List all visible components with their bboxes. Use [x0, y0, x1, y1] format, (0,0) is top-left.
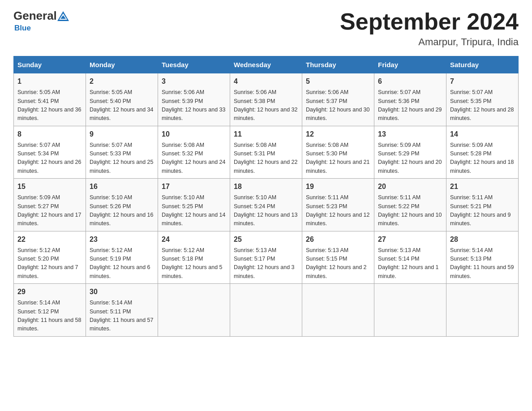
calendar-cell: 4 Sunrise: 5:06 AMSunset: 5:38 PMDayligh…: [230, 73, 302, 126]
day-info: Sunrise: 5:10 AMSunset: 5:26 PMDaylight:…: [90, 194, 153, 227]
calendar-cell: 11 Sunrise: 5:08 AMSunset: 5:31 PMDaylig…: [230, 126, 302, 179]
day-number: 19: [306, 181, 370, 192]
day-number: 27: [378, 234, 442, 245]
calendar-cell: 23 Sunrise: 5:12 AMSunset: 5:19 PMDaylig…: [86, 231, 158, 284]
day-info: Sunrise: 5:14 AMSunset: 5:12 PMDaylight:…: [17, 300, 81, 332]
calendar-cell: 12 Sunrise: 5:08 AMSunset: 5:30 PMDaylig…: [302, 126, 374, 179]
calendar-cell: 15 Sunrise: 5:09 AMSunset: 5:27 PMDaylig…: [14, 179, 86, 231]
day-number: 25: [234, 234, 298, 245]
day-number: 29: [17, 287, 82, 297]
day-number: 14: [450, 129, 515, 140]
calendar-cell: 29 Sunrise: 5:14 AMSunset: 5:12 PMDaylig…: [14, 284, 86, 337]
calendar-cell: 2 Sunrise: 5:05 AMSunset: 5:40 PMDayligh…: [86, 73, 158, 126]
day-number: 22: [17, 234, 82, 245]
day-info: Sunrise: 5:09 AMSunset: 5:28 PMDaylight:…: [450, 142, 514, 174]
calendar-cell: 16 Sunrise: 5:10 AMSunset: 5:26 PMDaylig…: [86, 179, 158, 231]
day-number: 1: [17, 76, 82, 87]
day-number: 11: [234, 129, 298, 140]
calendar-cell: [302, 284, 374, 337]
day-info: Sunrise: 5:10 AMSunset: 5:24 PMDaylight:…: [234, 194, 297, 227]
weekday-header-saturday: Saturday: [446, 56, 519, 73]
logo-general-text: General: [13, 9, 57, 23]
calendar-cell: 26 Sunrise: 5:13 AMSunset: 5:15 PMDaylig…: [302, 231, 374, 284]
day-info: Sunrise: 5:12 AMSunset: 5:19 PMDaylight:…: [90, 247, 150, 279]
weekday-header-friday: Friday: [374, 56, 446, 73]
calendar-cell: 20 Sunrise: 5:11 AMSunset: 5:22 PMDaylig…: [374, 179, 446, 231]
calendar-week-row: 29 Sunrise: 5:14 AMSunset: 5:12 PMDaylig…: [14, 284, 519, 337]
page-header: General Blue September 2024 Amarpur, Tri…: [13, 9, 519, 48]
day-number: 24: [162, 234, 226, 245]
day-number: 5: [306, 76, 370, 87]
calendar-subtitle: Amarpur, Tripura, India: [340, 36, 519, 48]
calendar-title: September 2024: [340, 9, 519, 34]
logo: General Blue: [13, 9, 69, 33]
weekday-header-thursday: Thursday: [302, 56, 374, 73]
day-info: Sunrise: 5:11 AMSunset: 5:22 PMDaylight:…: [378, 194, 442, 227]
day-info: Sunrise: 5:07 AMSunset: 5:36 PMDaylight:…: [378, 89, 442, 121]
day-info: Sunrise: 5:12 AMSunset: 5:20 PMDaylight:…: [17, 247, 78, 279]
day-info: Sunrise: 5:13 AMSunset: 5:14 PMDaylight:…: [378, 247, 439, 279]
day-number: 16: [90, 181, 154, 192]
weekday-header-tuesday: Tuesday: [158, 56, 230, 73]
calendar-table: SundayMondayTuesdayWednesdayThursdayFrid…: [13, 56, 519, 337]
day-info: Sunrise: 5:08 AMSunset: 5:31 PMDaylight:…: [234, 142, 297, 174]
day-number: 17: [162, 181, 226, 192]
day-number: 23: [90, 234, 154, 245]
day-info: Sunrise: 5:07 AMSunset: 5:35 PMDaylight:…: [450, 89, 514, 121]
calendar-week-row: 1 Sunrise: 5:05 AMSunset: 5:41 PMDayligh…: [14, 73, 519, 126]
calendar-week-row: 8 Sunrise: 5:07 AMSunset: 5:34 PMDayligh…: [14, 126, 519, 179]
calendar-cell: 13 Sunrise: 5:09 AMSunset: 5:29 PMDaylig…: [374, 126, 446, 179]
calendar-cell: [374, 284, 446, 337]
calendar-cell: 21 Sunrise: 5:11 AMSunset: 5:21 PMDaylig…: [446, 179, 519, 231]
day-info: Sunrise: 5:09 AMSunset: 5:27 PMDaylight:…: [17, 194, 81, 227]
day-info: Sunrise: 5:09 AMSunset: 5:29 PMDaylight:…: [378, 142, 442, 174]
weekday-header-row: SundayMondayTuesdayWednesdayThursdayFrid…: [14, 56, 519, 73]
calendar-cell: 19 Sunrise: 5:11 AMSunset: 5:23 PMDaylig…: [302, 179, 374, 231]
calendar-cell: 18 Sunrise: 5:10 AMSunset: 5:24 PMDaylig…: [230, 179, 302, 231]
calendar-cell: 17 Sunrise: 5:10 AMSunset: 5:25 PMDaylig…: [158, 179, 230, 231]
day-number: 12: [306, 129, 370, 140]
calendar-cell: 8 Sunrise: 5:07 AMSunset: 5:34 PMDayligh…: [14, 126, 86, 179]
day-info: Sunrise: 5:07 AMSunset: 5:34 PMDaylight:…: [17, 142, 81, 174]
calendar-cell: 5 Sunrise: 5:06 AMSunset: 5:37 PMDayligh…: [302, 73, 374, 126]
calendar-cell: 10 Sunrise: 5:08 AMSunset: 5:32 PMDaylig…: [158, 126, 230, 179]
day-number: 13: [378, 129, 442, 140]
calendar-cell: 25 Sunrise: 5:13 AMSunset: 5:17 PMDaylig…: [230, 231, 302, 284]
calendar-week-row: 22 Sunrise: 5:12 AMSunset: 5:20 PMDaylig…: [14, 231, 519, 284]
day-info: Sunrise: 5:14 AMSunset: 5:11 PMDaylight:…: [90, 300, 153, 332]
calendar-cell: 30 Sunrise: 5:14 AMSunset: 5:11 PMDaylig…: [86, 284, 158, 337]
title-block: September 2024 Amarpur, Tripura, India: [340, 9, 519, 48]
day-info: Sunrise: 5:14 AMSunset: 5:13 PMDaylight:…: [450, 247, 514, 279]
day-info: Sunrise: 5:11 AMSunset: 5:23 PMDaylight:…: [306, 194, 369, 227]
day-info: Sunrise: 5:08 AMSunset: 5:30 PMDaylight:…: [306, 142, 369, 174]
logo-flag-icon: [57, 11, 69, 21]
logo-tagline: Blue: [14, 24, 31, 33]
day-number: 4: [234, 76, 298, 87]
day-info: Sunrise: 5:13 AMSunset: 5:17 PMDaylight:…: [234, 247, 295, 279]
calendar-cell: 3 Sunrise: 5:06 AMSunset: 5:39 PMDayligh…: [158, 73, 230, 126]
calendar-cell: 14 Sunrise: 5:09 AMSunset: 5:28 PMDaylig…: [446, 126, 519, 179]
day-number: 20: [378, 181, 442, 192]
day-info: Sunrise: 5:10 AMSunset: 5:25 PMDaylight:…: [162, 194, 225, 227]
day-number: 21: [450, 181, 515, 192]
weekday-header-wednesday: Wednesday: [230, 56, 302, 73]
day-number: 18: [234, 181, 298, 192]
day-info: Sunrise: 5:08 AMSunset: 5:32 PMDaylight:…: [162, 142, 225, 174]
calendar-week-row: 15 Sunrise: 5:09 AMSunset: 5:27 PMDaylig…: [14, 179, 519, 231]
day-info: Sunrise: 5:06 AMSunset: 5:39 PMDaylight:…: [162, 89, 225, 121]
calendar-cell: 7 Sunrise: 5:07 AMSunset: 5:35 PMDayligh…: [446, 73, 519, 126]
day-info: Sunrise: 5:05 AMSunset: 5:41 PMDaylight:…: [17, 89, 81, 121]
calendar-cell: 9 Sunrise: 5:07 AMSunset: 5:33 PMDayligh…: [86, 126, 158, 179]
day-number: 6: [378, 76, 442, 87]
day-number: 2: [90, 76, 154, 87]
day-number: 9: [90, 129, 154, 140]
logo-text: General: [13, 9, 69, 23]
day-number: 26: [306, 234, 370, 245]
weekday-header-sunday: Sunday: [14, 56, 86, 73]
calendar-cell: 28 Sunrise: 5:14 AMSunset: 5:13 PMDaylig…: [446, 231, 519, 284]
day-number: 30: [90, 287, 154, 297]
day-number: 8: [17, 129, 82, 140]
day-number: 3: [162, 76, 226, 87]
calendar-cell: 27 Sunrise: 5:13 AMSunset: 5:14 PMDaylig…: [374, 231, 446, 284]
day-info: Sunrise: 5:11 AMSunset: 5:21 PMDaylight:…: [450, 194, 511, 227]
